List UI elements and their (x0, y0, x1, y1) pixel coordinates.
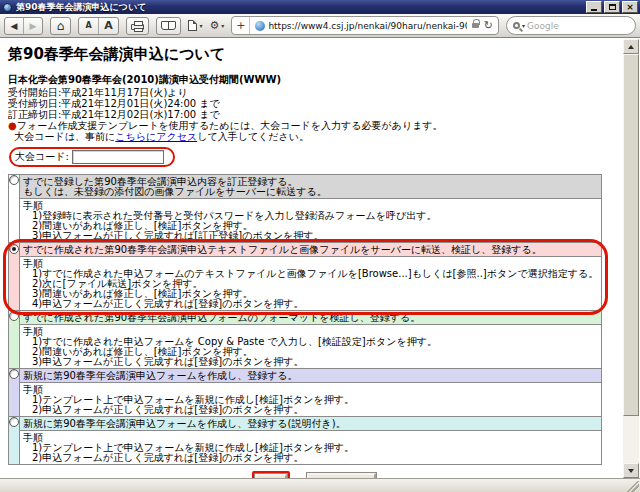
text-size-group: A A (78, 17, 119, 35)
conference-code-label: 大会コード: (15, 150, 69, 164)
section-radio[interactable] (9, 417, 19, 427)
period-start-line: 受付開始日:平成21年11月17日(火)より (8, 87, 622, 98)
arrow-down-icon (628, 469, 634, 473)
text-larger-button[interactable]: A (99, 19, 118, 32)
nav-group: ◀ ▶ (4, 17, 43, 35)
search-icon (513, 22, 520, 29)
home-icon: ⌂ (57, 19, 65, 33)
scroll-up-button[interactable] (623, 39, 639, 54)
section-header: すでに作成された第90春季年会講演申込テキストファイルと画像ファイルをサーバーに… (20, 243, 602, 257)
scroll-down-button[interactable] (623, 463, 639, 478)
section-header: すでに登録した第90春季年会講演申込内容を訂正登録する。もしくは、未登録の添付図… (20, 175, 602, 199)
section-radio-cell (9, 369, 20, 417)
add-bookmark-button[interactable]: + (232, 17, 250, 34)
section-radio-cell (9, 417, 20, 465)
application-period-title: 日本化学会第90春季年会(2010)講演申込受付期間(WWW) (8, 74, 622, 86)
printer-icon (131, 24, 144, 30)
application-options-table: すでに登録した第90春季年会講演申込内容を訂正登録する。もしくは、未登録の添付図… (8, 174, 602, 465)
section-header: すでに作成された第90春季年会講演申込フォームのフォーマットを検証し、登録する。 (20, 311, 602, 325)
section-radio[interactable] (9, 175, 19, 185)
gear-icon: ⚙ (209, 20, 219, 31)
home-button[interactable]: ⌂ (50, 17, 71, 35)
page-title: 第90春季年会講演申込について (8, 47, 622, 62)
minimize-icon (591, 9, 597, 11)
chevron-down-icon: ▾ (199, 22, 202, 29)
site-favicon (255, 21, 265, 31)
annotation-circle-code-input: 大会コード: (10, 148, 174, 166)
safari-app-icon (3, 3, 12, 12)
section-radio-cell (9, 175, 20, 243)
page-icon (188, 20, 197, 31)
section-radio-cell (9, 311, 20, 369)
scrollbar-thumb[interactable] (623, 54, 639, 416)
bookmarks-button[interactable] (156, 17, 182, 35)
section-steps: 手順1)すでに作成された申込フォームのテキストファイルと画像ファイルを[Brow… (20, 257, 602, 311)
intro-block: 日本化学会第90春季年会(2010)講演申込受付期間(WWW) 受付開始日:平成… (8, 74, 622, 142)
section-header: 新規に第90春季年会講演申込フォームを作成し、登録する。 (20, 369, 602, 383)
form-buttons-row: OKorキャンセル (8, 471, 620, 478)
section-radio-cell (9, 243, 20, 311)
chevron-down-icon: ▾ (522, 22, 525, 29)
text-smaller-button[interactable]: A (79, 21, 98, 30)
window-title: 第90春季年会講演申込について (16, 1, 586, 14)
period-deadline-line: 受付締切日:平成21年12月01日(火)24:00 まで (8, 98, 622, 109)
restore-button[interactable] (604, 1, 620, 13)
url-text[interactable]: https://www4.csj.jp/nenkai/90haru/nenkai… (268, 21, 466, 31)
lock-icon (472, 23, 479, 28)
window-titlebar: 第90春季年会講演申込について × (0, 0, 640, 14)
section-steps: 手順1)登録時に表示された受付番号と受付パスワードを入力し登録済みフォームを呼び… (20, 199, 602, 243)
section-steps: 手順1)すでに作成された申込フォームを Copy & Paste で入力し、[検… (20, 325, 602, 369)
annotation-box-ok: OK (252, 471, 290, 478)
settings-menu-button[interactable]: ⚙ ▾ (209, 20, 224, 31)
correction-deadline-line: 訂正締切日:平成21年12月02日(水)17:00 まで (8, 109, 622, 120)
forward-icon: ▶ (30, 21, 37, 31)
page-content: 第90春季年会講演申込について 日本化学会第90春季年会(2010)講演申込受付… (0, 39, 622, 478)
forward-button[interactable]: ▶ (24, 18, 42, 34)
close-icon: × (626, 3, 634, 11)
note-line-1: ●フォーム作成支援テンプレートを使用するためには、大会コードを入力する必要があり… (8, 120, 622, 131)
status-bar (0, 478, 640, 492)
section-radio[interactable] (9, 369, 19, 379)
access-here-link[interactable]: こちらにアクセス (115, 131, 197, 142)
address-bar[interactable]: + https://www4.csj.jp/nenkai/90haru/nenk… (231, 16, 499, 35)
section-steps: 手順1)テンプレート上で申込フォームを新規に作成し[検証]ボタンを押す。2)申込… (20, 431, 602, 465)
note-line-2: 大会コードは、事前にこちらにアクセスして入手してください。 (8, 131, 622, 142)
conference-code-input[interactable] (72, 150, 164, 164)
page-menu-button[interactable]: ▾ (188, 20, 202, 31)
section-header: 新規に第90春季年会講演申込フォームを作成し、登録する(説明付き)。 (20, 417, 602, 431)
close-button[interactable]: × (622, 1, 638, 13)
back-button[interactable]: ◀ (5, 18, 23, 34)
restore-icon (609, 4, 616, 10)
bullet-icon: ● (8, 120, 17, 131)
section-radio[interactable] (9, 311, 19, 321)
reload-button[interactable]: ↻ (484, 19, 493, 32)
section-radio[interactable] (9, 244, 19, 254)
search-bar[interactable]: ▾ (506, 16, 636, 35)
search-input[interactable] (527, 21, 629, 31)
section-steps: 手順1)テンプレート上で申込フォームを新規に作成し[検証]ボタンを押す。2)申込… (20, 383, 602, 417)
arrow-up-icon (628, 45, 634, 49)
print-button[interactable] (126, 17, 149, 35)
conference-code-row: 大会コード: (10, 145, 622, 166)
bookmarks-icon (161, 21, 176, 30)
resize-grip[interactable] (627, 481, 639, 492)
minimize-button[interactable] (586, 1, 602, 13)
chevron-down-icon: ▾ (221, 22, 224, 29)
back-icon: ◀ (11, 21, 18, 31)
vertical-scrollbar[interactable] (623, 39, 639, 478)
browser-toolbar: ◀ ▶ ⌂ A A ▾ ⚙ ▾ + https://www4.csj.jp/ne… (0, 14, 640, 38)
